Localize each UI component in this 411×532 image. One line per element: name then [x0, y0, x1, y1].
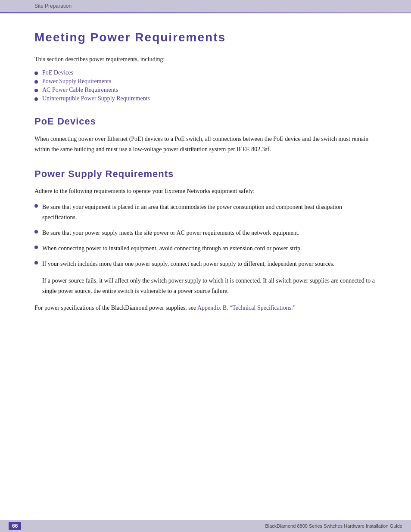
main-content: Meeting Power Requirements This section …: [0, 13, 411, 361]
closing-prefix: For power specifications of the BlackDia…: [34, 305, 197, 311]
list-item: PoE Devices: [34, 69, 377, 76]
bullet-link-list: PoE Devices Power Supply Requirements AC…: [34, 69, 377, 102]
list-item: AC Power Cable Requirements: [34, 87, 377, 93]
bullet-dot: [34, 230, 38, 233]
bullet-text: Be sure that your power supply meets the…: [42, 228, 299, 238]
list-item: When connecting power to installed equip…: [34, 243, 377, 254]
bullet-dot: [34, 89, 38, 92]
poe-devices-section: PoE Devices When connecting power over E…: [34, 116, 377, 155]
power-supply-title: Power Supply Requirements: [34, 168, 377, 180]
list-item: Be sure that your equipment is placed in…: [34, 202, 377, 223]
power-supply-intro: Adhere to the following requirements to …: [34, 187, 377, 196]
poe-devices-body: When connecting power over Ethernet (PoE…: [34, 134, 377, 155]
closing-link[interactable]: Appendix B, “Technical Specifications.”: [197, 305, 296, 311]
bullet-text: When connecting power to installed equip…: [42, 243, 302, 254]
page-number: 66: [9, 522, 21, 530]
section-label: Site Preparation: [34, 3, 72, 9]
footer-bar: 66 BlackDiamond 8800 Series Switches Har…: [0, 520, 411, 532]
page-title: Meeting Power Requirements: [34, 31, 377, 44]
bullet-dot: [34, 246, 38, 249]
list-item: If your switch includes more than one po…: [34, 259, 377, 269]
list-item: Be sure that your power supply meets the…: [34, 228, 377, 238]
bullet-dot: [34, 261, 38, 264]
link-ups[interactable]: Uninterruptible Power Supply Requirement…: [42, 95, 150, 102]
footer-title: BlackDiamond 8800 Series Switches Hardwa…: [265, 523, 402, 529]
power-supply-bullets: Be sure that your equipment is placed in…: [34, 202, 377, 269]
top-bar: Site Preparation: [0, 0, 411, 12]
bullet-dot: [34, 72, 38, 75]
intro-text: This section describes power requirement…: [34, 55, 377, 64]
indented-paragraph: If a power source fails, it will affect …: [42, 276, 377, 296]
bullet-dot: [34, 97, 38, 101]
bullet-text: If your switch includes more than one po…: [42, 259, 334, 269]
list-item: Uninterruptible Power Supply Requirement…: [34, 95, 377, 102]
bullet-text: Be sure that your equipment is placed in…: [42, 202, 377, 223]
link-power-supply[interactable]: Power Supply Requirements: [42, 78, 111, 85]
bullet-dot: [34, 80, 38, 84]
poe-devices-title: PoE Devices: [34, 116, 377, 127]
list-item: Power Supply Requirements: [34, 78, 377, 85]
link-ac-cable[interactable]: AC Power Cable Requirements: [42, 87, 118, 93]
closing-text: For power specifications of the BlackDia…: [34, 303, 377, 313]
power-supply-section: Power Supply Requirements Adhere to the …: [34, 168, 377, 313]
link-poe-devices[interactable]: PoE Devices: [42, 69, 73, 76]
bullet-dot: [34, 204, 38, 208]
